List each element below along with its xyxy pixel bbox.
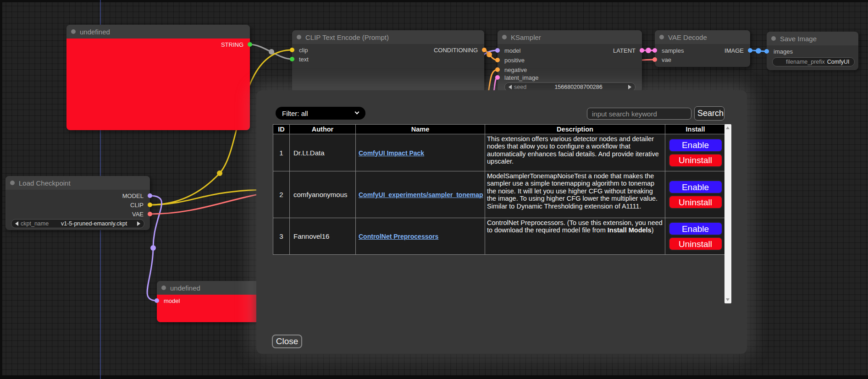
extension-link[interactable]: ComfyUI_experiments/sampler_tonemap [359, 191, 483, 198]
node-collapse-dot-icon[interactable] [771, 36, 776, 41]
output-slot-conditioning[interactable] [482, 48, 487, 52]
output-slot-string[interactable] [248, 42, 252, 47]
header-author: Author [290, 125, 356, 134]
node-undefined-top[interactable]: undefined STRING [66, 25, 250, 130]
search-input[interactable] [587, 108, 691, 120]
wire-dot-image[interactable] [756, 48, 761, 54]
node-title-bar[interactable]: KSampler [498, 30, 642, 44]
node-title: Save Image [780, 35, 817, 43]
node-ksampler[interactable]: KSampler model positive negative latent_… [498, 30, 642, 93]
increment-arrow-icon[interactable] [137, 221, 140, 226]
node-clip-text-encode[interactable]: CLIP Text Encode (Prompt) clip text COND… [292, 30, 484, 93]
decrement-arrow-icon[interactable] [15, 221, 18, 226]
node-body-error: STRING [66, 38, 250, 130]
ckpt-name-widget[interactable]: ckpt_name v1-5-pruned-emaonly.ckpt [11, 219, 144, 228]
node-title-bar[interactable]: Load Checkpoint [6, 176, 150, 190]
input-slot-text[interactable] [290, 57, 294, 61]
extension-table: ID Author Name Description Install 1 Dr.… [273, 124, 726, 255]
input-label-latent-image: latent_image [504, 74, 538, 81]
uninstall-button[interactable]: Uninstall [669, 237, 723, 251]
input-label-text: text [299, 56, 309, 63]
table-scrollbar[interactable] [724, 124, 731, 303]
input-label-clip: clip [299, 47, 308, 54]
output-slot-model[interactable] [148, 193, 152, 198]
cell-author: Fannovel16 [290, 218, 356, 255]
output-label-string: STRING [221, 41, 243, 48]
output-slot-vae[interactable] [148, 212, 152, 216]
output-label-model: MODEL [122, 192, 144, 199]
input-slot-model[interactable] [155, 298, 159, 303]
node-title-bar[interactable]: undefined [157, 281, 260, 295]
scroll-down-arrow-icon[interactable] [726, 298, 730, 301]
widget-label: filename_prefix [786, 59, 825, 65]
widget-value: ComfyUI [827, 59, 850, 65]
cell-author: comfyanonymous [290, 171, 356, 218]
node-vae-decode[interactable]: VAE Decode samples vae IMAGE [655, 30, 750, 67]
uninstall-button[interactable]: Uninstall [669, 154, 723, 167]
output-slot-image[interactable] [748, 48, 752, 53]
output-slot-clip[interactable] [148, 203, 152, 207]
table-row: 3 Fannovel16 ControlNet Preprocessors Co… [273, 218, 726, 255]
comfyui-canvas[interactable]: undefined STRING CLIP Text Encode (Promp… [0, 0, 868, 379]
node-collapse-dot-icon[interactable] [297, 35, 301, 39]
increment-arrow-icon[interactable] [628, 85, 631, 89]
node-body: clip text CONDITIONING [292, 44, 484, 93]
node-undefined-bottom[interactable]: undefined model [157, 281, 260, 322]
wire-dot-string[interactable] [269, 49, 274, 55]
input-slot-vae[interactable] [652, 57, 657, 62]
enable-button[interactable]: Enable [669, 180, 723, 194]
chevron-down-icon [355, 110, 359, 115]
node-collapse-dot-icon[interactable] [10, 181, 15, 185]
node-collapse-dot-icon[interactable] [659, 35, 664, 39]
wire-dot-latent[interactable] [646, 48, 651, 53]
input-label-vae: vae [662, 56, 671, 63]
node-collapse-dot-icon[interactable] [502, 35, 507, 39]
filter-select[interactable]: Filter: all [276, 107, 365, 120]
input-slot-clip[interactable] [290, 48, 294, 52]
node-load-checkpoint[interactable]: Load Checkpoint MODEL CLIP VAE ckpt_name… [6, 176, 150, 230]
input-slot-negative[interactable] [495, 67, 500, 72]
header-description: Description [485, 125, 665, 134]
widget-label: ckpt_name [21, 220, 49, 227]
node-title-bar[interactable]: Save Image [767, 32, 858, 45]
enable-button[interactable]: Enable [669, 138, 723, 152]
node-collapse-dot-icon[interactable] [161, 286, 166, 290]
widget-label: seed [514, 84, 526, 90]
node-body: MODEL CLIP VAE ckpt_name v1-5-pruned-ema… [6, 190, 150, 230]
cell-install: Enable Uninstall [665, 218, 726, 255]
input-slot-samples[interactable] [652, 48, 657, 53]
node-body-error: model [157, 295, 260, 322]
cell-install: Enable Uninstall [665, 134, 726, 171]
close-button[interactable]: Close [272, 335, 302, 348]
node-save-image[interactable]: Save Image images filename_prefix ComfyU… [767, 32, 858, 70]
input-slot-latent-image[interactable] [495, 75, 500, 80]
input-label-negative: negative [504, 66, 527, 73]
node-title: Load Checkpoint [19, 179, 71, 187]
uninstall-button[interactable]: Uninstall [669, 195, 723, 209]
wire-dot-model[interactable] [150, 245, 156, 251]
extension-manager-dialog: Filter: all Search ID Author Name Descri… [256, 90, 747, 354]
node-title-bar[interactable]: CLIP Text Encode (Prompt) [292, 30, 484, 44]
enable-button[interactable]: Enable [669, 222, 723, 236]
node-title-bar[interactable]: VAE Decode [655, 30, 750, 44]
extension-link[interactable]: ComfyUI Impact Pack [359, 149, 424, 157]
node-title-bar[interactable]: undefined [66, 25, 250, 38]
input-slot-model[interactable] [495, 48, 500, 53]
filename-prefix-widget[interactable]: filename_prefix ComfyUI [772, 57, 855, 66]
input-slot-images[interactable] [764, 49, 769, 54]
cell-description: This extension offers various detector n… [485, 134, 665, 171]
filter-selected-value: Filter: all [282, 110, 308, 117]
node-collapse-dot-icon[interactable] [71, 29, 76, 34]
input-slot-positive[interactable] [495, 58, 500, 62]
input-label-positive: positive [504, 57, 525, 64]
cell-author: Dr.Lt.Data [290, 134, 356, 171]
wire-dot-conditioning[interactable] [487, 52, 492, 57]
search-button[interactable]: Search [694, 106, 724, 121]
cell-description: ModelSamplerTonemapNoiseTest a node that… [485, 171, 665, 218]
scroll-up-arrow-icon[interactable] [726, 126, 730, 129]
output-slot-latent[interactable] [640, 48, 644, 53]
extension-link[interactable]: ControlNet Preprocessors [359, 233, 438, 240]
wire-dot-clip[interactable] [217, 170, 222, 176]
decrement-arrow-icon[interactable] [509, 85, 512, 89]
output-label-vae: VAE [132, 211, 144, 218]
